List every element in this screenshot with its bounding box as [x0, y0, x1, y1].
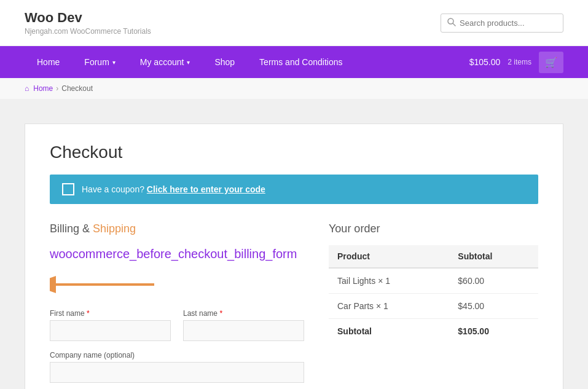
nav-link-shop[interactable]: Shop: [202, 46, 247, 78]
search-icon: [447, 18, 456, 28]
checkout-container: Checkout Have a coupon? Click here to en…: [25, 124, 563, 389]
subtotal-label: Subtotal: [329, 319, 449, 344]
main-content-wrapper: Checkout Have a coupon? Click here to en…: [0, 99, 588, 389]
subtotal-cell: $45.00: [449, 294, 538, 319]
breadcrumb-current: Checkout: [61, 84, 93, 93]
cart-icon: 🛒: [545, 57, 557, 68]
hook-text: woocommerce_before_checkout_billing_form: [50, 245, 304, 262]
subtotal-row: Subtotal $105.00: [329, 319, 538, 344]
order-column: Your order Product Subtotal Tail Lights …: [329, 222, 538, 389]
order-heading: Your order: [329, 222, 538, 235]
chevron-down-icon: ▾: [112, 59, 116, 66]
search-box[interactable]: [441, 14, 563, 33]
company-input[interactable]: [50, 362, 304, 383]
checkout-layout: Billing & Shipping woocommerce_before_ch…: [50, 222, 538, 389]
coupon-icon: [62, 183, 74, 195]
table-row: Tail Lights × 1 $60.00: [329, 268, 538, 294]
nav-item-myaccount[interactable]: My account ▾: [128, 46, 203, 78]
breadcrumb-home-link[interactable]: Home: [33, 84, 53, 93]
cart-icon-button[interactable]: 🛒: [539, 52, 563, 73]
order-table-header-row: Product Subtotal: [329, 245, 538, 268]
billing-column: Billing & Shipping woocommerce_before_ch…: [50, 222, 304, 389]
product-column-header: Product: [329, 245, 449, 268]
nav-link-terms[interactable]: Terms and Conditions: [247, 46, 355, 78]
table-row: Car Parts × 1 $45.00: [329, 294, 538, 319]
company-label: Company name (optional): [50, 351, 304, 360]
chevron-down-icon: ▾: [187, 59, 190, 66]
breadcrumb: ⌂ Home › Checkout: [0, 78, 588, 99]
product-cell: Tail Lights × 1: [329, 268, 449, 294]
site-header: Woo Dev Njengah.com WooCommerce Tutorial…: [0, 0, 588, 46]
name-form-row: First name * Last name *: [50, 309, 304, 341]
last-name-label: Last name *: [183, 309, 304, 318]
cart-count: 2 items: [508, 58, 531, 66]
nav-link-myaccount[interactable]: My account ▾: [128, 46, 203, 78]
svg-line-1: [453, 23, 455, 26]
site-tagline: Njengah.com WooCommerce Tutorials: [25, 27, 151, 36]
nav-link-home[interactable]: Home: [25, 46, 72, 78]
site-title: Woo Dev: [25, 10, 151, 26]
last-name-group: Last name *: [183, 309, 304, 341]
search-input[interactable]: [460, 18, 557, 28]
company-group: Company name (optional): [50, 351, 304, 383]
coupon-text: Have a coupon? Click here to enter your …: [82, 184, 265, 194]
first-name-label: First name *: [50, 309, 171, 318]
arrow-container: [50, 272, 304, 297]
first-name-group: First name *: [50, 309, 171, 341]
order-table: Product Subtotal Tail Lights × 1 $60.00 …: [329, 245, 538, 344]
cart-total: $105.00: [469, 57, 501, 67]
coupon-link[interactable]: Click here to enter your code: [147, 184, 265, 194]
product-cell: Car Parts × 1: [329, 294, 449, 319]
nav-item-forum[interactable]: Forum ▾: [72, 46, 127, 78]
breadcrumb-separator: ›: [56, 84, 58, 93]
nav-item-shop[interactable]: Shop: [202, 46, 247, 78]
subtotal-value: $105.00: [449, 319, 538, 344]
subtotal-column-header: Subtotal: [449, 245, 538, 268]
nav-item-home[interactable]: Home: [25, 46, 72, 78]
nav-item-terms[interactable]: Terms and Conditions: [247, 46, 355, 78]
last-name-input[interactable]: [183, 320, 304, 341]
billing-heading: Billing & Shipping: [50, 222, 304, 235]
coupon-banner: Have a coupon? Click here to enter your …: [50, 175, 538, 204]
site-nav: Home Forum ▾ My account ▾ Shop Terms and…: [0, 46, 588, 78]
site-branding: Woo Dev Njengah.com WooCommerce Tutorial…: [25, 10, 151, 36]
first-name-input[interactable]: [50, 320, 171, 341]
subtotal-cell: $60.00: [449, 268, 538, 294]
nav-links: Home Forum ▾ My account ▾ Shop Terms and…: [25, 46, 355, 78]
arrow-icon: [50, 272, 160, 297]
page-title: Checkout: [50, 143, 538, 162]
nav-link-forum[interactable]: Forum ▾: [72, 46, 127, 78]
company-form-row: Company name (optional): [50, 351, 304, 383]
cart-area: $105.00 2 items 🛒: [469, 52, 563, 73]
home-icon: ⌂: [25, 84, 29, 93]
